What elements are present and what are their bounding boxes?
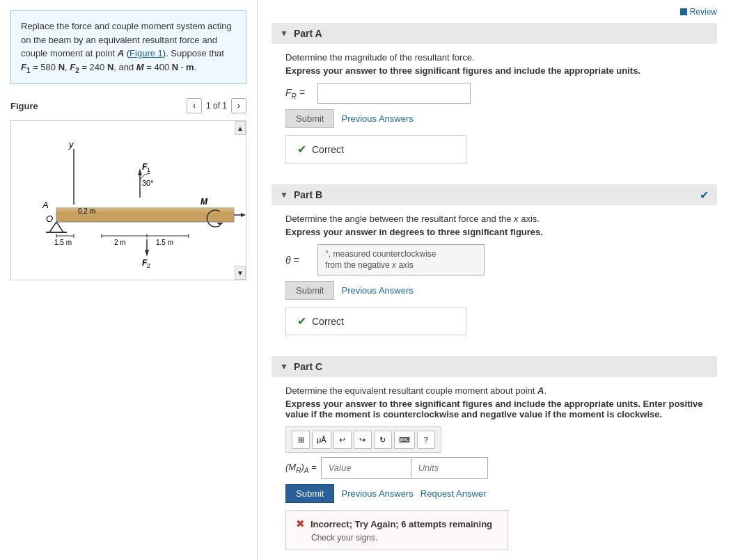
part-b-check-icon: ✔ [700, 189, 709, 202]
svg-text:x: x [246, 209, 246, 220]
svg-text:1: 1 [147, 166, 150, 173]
review-label: Review [690, 7, 717, 17]
toolbar-keyboard-button[interactable]: ⌨ [394, 431, 415, 449]
part-b-input-row: θ = °, measured counterclockwisefrom the… [285, 244, 703, 275]
part-b-title: Part B [294, 189, 322, 200]
part-b-angle-label: θ = [285, 255, 313, 266]
part-c-header[interactable]: ▼ Part C [272, 356, 717, 377]
scroll-down-button[interactable]: ▼ [235, 266, 246, 280]
part-c-value-input[interactable] [321, 457, 411, 479]
part-b-submit-row: Submit Previous Answers [285, 281, 703, 300]
part-b-angle-box: °, measured counterclockwisefrom the neg… [317, 244, 485, 275]
part-b-header[interactable]: ▼ Part B ✔ [272, 184, 717, 205]
right-panel: Review ▼ Part A Determine the magnitude … [258, 0, 731, 560]
problem-text: Replace the force and couple moment syst… [21, 21, 232, 72]
part-a-question: Determine the magnitude of the resultant… [285, 52, 703, 63]
part-c-title: Part C [294, 361, 322, 372]
figure-prev-button[interactable]: ‹ [187, 98, 202, 113]
toolbar-mu-button[interactable]: μÅ [312, 431, 331, 449]
part-a-correct-text: Correct [312, 144, 344, 155]
grid-icon: ⊞ [298, 435, 304, 445]
part-a-input-label: FR = [285, 87, 313, 100]
figure-container: ▲ y A O x F 1 3 [10, 120, 246, 280]
toolbar-undo-button[interactable]: ↩ [333, 431, 352, 449]
part-a-arrow: ▼ [280, 29, 288, 38]
svg-text:1.5 m: 1.5 m [54, 239, 72, 246]
toolbar-grid-button[interactable]: ⊞ [292, 431, 310, 449]
svg-text:30°: 30° [142, 179, 154, 187]
svg-text:M: M [201, 197, 208, 207]
undo-icon: ↩ [339, 435, 345, 445]
part-b-correct-box: ✔ Correct [285, 307, 466, 335]
incorrect-x-icon: ✖ [296, 518, 305, 530]
figure-label: Figure [10, 101, 38, 111]
part-c-incorrect-box: ✖ Incorrect; Try Again; 6 attempts remai… [285, 510, 508, 550]
figure-link[interactable]: Figure 1 [129, 48, 163, 58]
figure-page: 1 of 1 [206, 101, 227, 111]
part-c-units-input[interactable] [411, 457, 488, 479]
part-a-instructions: Express your answer to three significant… [285, 65, 703, 76]
toolbar-refresh-button[interactable]: ↻ [374, 431, 392, 449]
part-b-correct-text: Correct [312, 316, 344, 327]
beam-diagram: y A O x F 1 30° M [18, 135, 246, 280]
figure-next-button[interactable]: › [231, 98, 246, 113]
part-a-correct-box: ✔ Correct [285, 135, 466, 163]
part-b-submit-button[interactable]: Submit [285, 281, 334, 300]
part-c-instructions: Express your answer to three significant… [285, 399, 703, 419]
part-c-section: ▼ Part C Determine the equivalent result… [272, 356, 717, 559]
figure-navigation: ‹ 1 of 1 › [187, 98, 246, 113]
part-c-incorrect-sub: Check your signs. [311, 533, 498, 543]
svg-text:2: 2 [147, 262, 150, 269]
toolbar-redo-button[interactable]: ↪ [354, 431, 372, 449]
part-b-arrow: ▼ [280, 190, 288, 200]
part-b-check-icon: ✔ [297, 314, 306, 328]
svg-marker-20 [145, 250, 149, 257]
toolbar-help-button[interactable]: ? [417, 431, 435, 449]
part-a-submit-button[interactable]: Submit [285, 109, 334, 128]
part-a-input-row: FR = [285, 83, 703, 104]
part-c-question: Determine the equivalent resultant coupl… [285, 385, 703, 396]
part-c-submit-button[interactable]: Submit [285, 484, 334, 503]
svg-text:A: A [42, 200, 49, 210]
svg-marker-18 [217, 223, 223, 225]
part-b-prev-answers[interactable]: Previous Answers [341, 285, 413, 296]
left-panel: Replace the force and couple moment syst… [0, 0, 258, 560]
part-a-title: Part A [294, 28, 322, 39]
review-link-container: Review [272, 7, 717, 17]
svg-text:y: y [68, 139, 74, 150]
keyboard-icon: ⌨ [399, 435, 410, 445]
part-c-value-row: (MR)A = [285, 457, 703, 479]
part-a-content: Determine the magnitude of the resultant… [272, 44, 717, 177]
part-b-instructions: Express your answer in degrees to three … [285, 227, 703, 237]
review-icon [680, 8, 687, 15]
part-a-submit-row: Submit Previous Answers [285, 109, 703, 128]
part-c-toolbar: ⊞ μÅ ↩ ↪ ↻ ⌨ ? [285, 426, 441, 453]
part-c-request-answer[interactable]: Request Answer [420, 488, 487, 499]
part-c-incorrect-header: ✖ Incorrect; Try Again; 6 attempts remai… [296, 518, 498, 530]
part-a-section: ▼ Part A Determine the magnitude of the … [272, 23, 717, 177]
part-b-question: Determine the angle between the resultan… [285, 214, 703, 224]
part-a-header[interactable]: ▼ Part A [272, 23, 717, 44]
part-c-incorrect-title: Incorrect; Try Again; 6 attempts remaini… [311, 519, 492, 529]
svg-marker-5 [241, 213, 246, 217]
part-c-input-label: (MR)A = [285, 462, 317, 474]
problem-description: Replace the force and couple moment syst… [10, 10, 246, 84]
part-a-check-icon: ✔ [297, 143, 306, 156]
svg-text:0.2 m: 0.2 m [78, 207, 95, 215]
svg-text:2 m: 2 m [114, 239, 126, 246]
help-icon: ? [424, 435, 428, 444]
part-b-content: Determine the angle between the resultan… [272, 205, 717, 349]
figure-nav-row: Figure ‹ 1 of 1 › [10, 98, 246, 118]
review-link[interactable]: Review [680, 7, 717, 17]
scroll-up-button[interactable]: ▲ [235, 121, 246, 135]
svg-text:O: O [46, 214, 53, 224]
part-c-submit-row: Submit Previous Answers Request Answer [285, 484, 703, 503]
svg-text:1.5 m: 1.5 m [156, 239, 173, 246]
part-c-arrow: ▼ [280, 362, 288, 371]
part-c-prev-answers[interactable]: Previous Answers [341, 488, 413, 499]
part-c-content: Determine the equivalent resultant coupl… [272, 377, 717, 559]
refresh-icon: ↻ [379, 435, 386, 445]
redo-icon: ↪ [359, 435, 366, 445]
part-a-input[interactable] [317, 83, 471, 104]
part-a-prev-answers[interactable]: Previous Answers [341, 113, 413, 124]
